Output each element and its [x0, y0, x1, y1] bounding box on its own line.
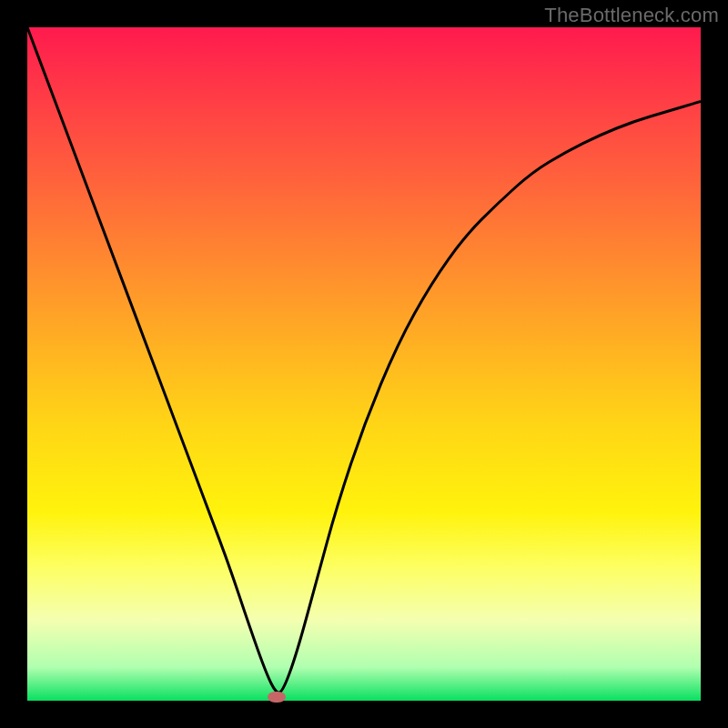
- optimal-point-marker: [268, 692, 286, 703]
- bottleneck-curve: [27, 27, 701, 701]
- watermark-text: TheBottleneck.com: [544, 4, 719, 27]
- curve-path: [27, 27, 701, 693]
- plot-area: [27, 27, 701, 701]
- chart-container: TheBottleneck.com: [0, 0, 728, 728]
